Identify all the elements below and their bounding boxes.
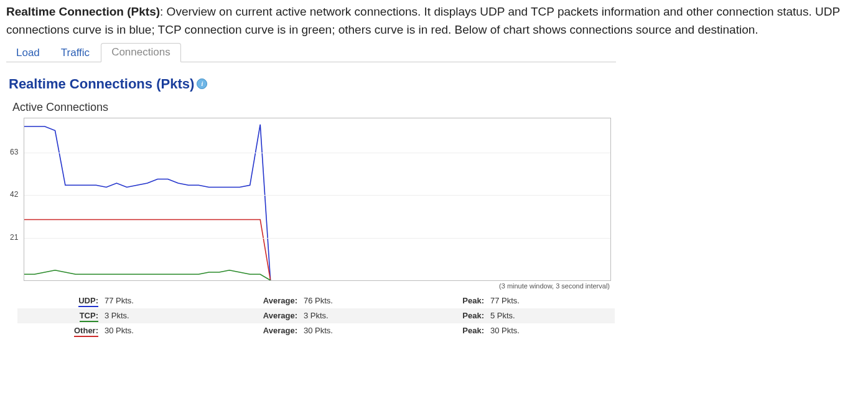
peak-label: Peak: bbox=[428, 326, 490, 335]
tabs-bar: Load Traffic Connections bbox=[6, 43, 616, 62]
peak-label: Peak: bbox=[428, 296, 490, 305]
section-title-text: Realtime Connections (Pkts) bbox=[9, 76, 194, 92]
avg-value: 76 Pkts. bbox=[304, 296, 428, 305]
stats-row: TCP:3 Pkts.Average:3 Pkts.Peak:5 Pkts. bbox=[17, 308, 615, 323]
peak-value: 5 Pkts. bbox=[490, 311, 590, 320]
stats-table: UDP:77 Pkts.Average:76 Pkts.Peak:77 Pkts… bbox=[17, 293, 615, 338]
avg-label: Average: bbox=[229, 326, 304, 335]
current-value: 3 Pkts. bbox=[105, 311, 229, 320]
avg-value: 3 Pkts. bbox=[304, 311, 428, 320]
chart-footnote: (3 minute window, 3 second interval) bbox=[24, 282, 610, 290]
stats-row: Other:30 Pkts.Average:30 Pkts.Peak:30 Pk… bbox=[17, 323, 615, 338]
current-value: 30 Pkts. bbox=[105, 326, 229, 335]
intro-paragraph: Realtime Connection (Pkts): Overview on … bbox=[6, 2, 862, 39]
avg-label: Average: bbox=[229, 311, 304, 320]
series-udp bbox=[24, 125, 271, 280]
series-label: Other: bbox=[17, 326, 105, 335]
series-tcp bbox=[24, 270, 271, 280]
y-tick-label: 63 bbox=[10, 148, 21, 156]
intro-title: Realtime Connection (Pkts) bbox=[6, 5, 160, 18]
peak-value: 77 Pkts. bbox=[490, 296, 590, 305]
y-tick-label: 42 bbox=[10, 190, 21, 199]
chart-svg bbox=[24, 118, 610, 280]
peak-value: 30 Pkts. bbox=[490, 326, 590, 335]
tab-connections[interactable]: Connections bbox=[101, 43, 181, 62]
series-label: TCP: bbox=[17, 311, 105, 320]
avg-value: 30 Pkts. bbox=[304, 326, 428, 335]
section-title: Realtime Connections (Pkts) i bbox=[9, 76, 616, 92]
stats-row: UDP:77 Pkts.Average:76 Pkts.Peak:77 Pkts… bbox=[17, 293, 615, 308]
info-icon[interactable]: i bbox=[197, 78, 207, 89]
chart: (3 minute window, 3 second interval) 214… bbox=[12, 118, 610, 290]
tab-traffic[interactable]: Traffic bbox=[51, 44, 100, 62]
avg-label: Average: bbox=[229, 296, 304, 305]
peak-label: Peak: bbox=[428, 311, 490, 320]
chart-plot-area bbox=[24, 118, 611, 281]
y-tick-label: 21 bbox=[10, 233, 21, 242]
tab-load[interactable]: Load bbox=[6, 44, 50, 62]
current-value: 77 Pkts. bbox=[105, 296, 229, 305]
series-label: UDP: bbox=[17, 296, 105, 305]
chart-title: Active Connections bbox=[12, 101, 616, 114]
